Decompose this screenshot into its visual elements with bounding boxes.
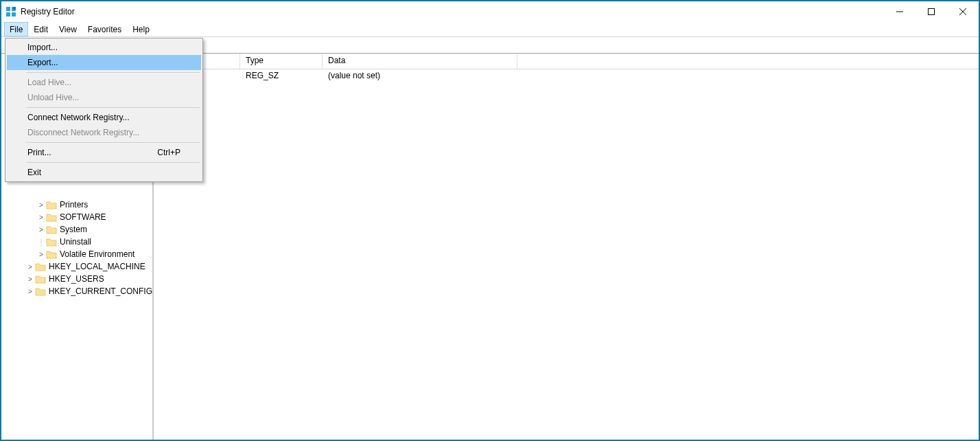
maximize-button[interactable] <box>915 1 947 22</box>
column-type-label: Type <box>246 56 264 65</box>
tree-node-system[interactable]: > System <box>4 223 152 236</box>
svg-point-4 <box>13 7 16 10</box>
tree-node-label: HKEY_LOCAL_MACHINE <box>49 262 145 271</box>
chevron-right-icon[interactable]: > <box>37 201 45 209</box>
tree-node-label: System <box>60 225 87 234</box>
menu-help[interactable]: Help <box>127 22 155 36</box>
tree-node-label: SOFTWARE <box>60 212 106 222</box>
chevron-right-icon[interactable]: > <box>37 226 45 234</box>
menuitem-label: Unload Hive... <box>27 93 79 102</box>
menuitem-exit[interactable]: Exit <box>7 165 201 180</box>
regedit-icon <box>5 6 16 17</box>
value-type-cell: REG_SZ <box>240 71 323 80</box>
chevron-right-icon[interactable]: > <box>26 263 34 271</box>
menu-separator <box>26 107 200 108</box>
window-title: Registry Editor <box>21 7 75 16</box>
svg-rect-3 <box>12 12 16 16</box>
tree-node-hkcc[interactable]: > HKEY_CURRENT_CONFIG <box>4 285 152 297</box>
menuitem-disconnect-network-registry: Disconnect Network Registry... <box>7 125 201 140</box>
menuitem-label: Load Hive... <box>27 78 71 87</box>
tree-node-printers[interactable]: > Printers <box>4 199 152 211</box>
column-data[interactable]: Data <box>323 54 517 69</box>
titlebar: Registry Editor <box>1 1 979 22</box>
menuitem-connect-network-registry[interactable]: Connect Network Registry... <box>7 110 201 125</box>
close-button[interactable] <box>947 1 979 22</box>
file-menu-dropdown: Import... Export... Load Hive... Unload … <box>5 38 203 182</box>
chevron-right-icon[interactable]: > <box>37 214 45 221</box>
menu-file[interactable]: File <box>4 22 28 36</box>
tree-node-software[interactable]: > SOFTWARE <box>4 211 152 223</box>
menuitem-export[interactable]: Export... <box>7 55 201 70</box>
menu-edit-label: Edit <box>34 25 48 34</box>
menuitem-label: Exit <box>27 168 41 177</box>
tree-node-label: HKEY_USERS <box>49 274 104 284</box>
menuitem-label: Import... <box>27 43 58 52</box>
menu-file-label: File <box>10 25 23 34</box>
values-header: Name Type Data <box>154 54 979 69</box>
menuitem-label: Export... <box>27 58 58 67</box>
folder-icon <box>46 212 57 222</box>
tree-connector-icon: ┊ <box>37 238 45 246</box>
folder-icon <box>46 225 57 234</box>
minimize-button[interactable] <box>884 1 915 22</box>
menu-help-label: Help <box>132 25 150 34</box>
tree-node-volatile-environment[interactable]: > Volatile Environment <box>4 248 152 260</box>
tree-node-label: Volatile Environment <box>60 249 135 259</box>
folder-icon <box>46 200 57 210</box>
menuitem-import[interactable]: Import... <box>7 40 201 55</box>
menuitem-label: Disconnect Network Registry... <box>27 128 139 137</box>
folder-icon <box>35 286 46 296</box>
tree-node-uninstall[interactable]: ┊ Uninstall <box>4 236 152 248</box>
menu-view[interactable]: View <box>54 22 82 36</box>
folder-icon <box>35 274 46 284</box>
menu-separator <box>26 72 200 73</box>
folder-icon <box>35 262 46 271</box>
svg-rect-0 <box>6 7 10 11</box>
column-data-label: Data <box>328 56 345 65</box>
value-row[interactable]: REG_SZ (value not set) <box>154 69 979 82</box>
menu-view-label: View <box>59 25 77 34</box>
folder-icon <box>46 249 57 259</box>
tree-node-label: HKEY_CURRENT_CONFIG <box>49 286 152 296</box>
menuitem-label: Connect Network Registry... <box>27 113 130 122</box>
menu-separator <box>26 142 200 143</box>
menu-edit[interactable]: Edit <box>28 22 54 36</box>
tree-node-hklm[interactable]: > HKEY_LOCAL_MACHINE <box>4 260 152 273</box>
svg-rect-2 <box>6 12 10 16</box>
menuitem-label: Print... <box>27 148 51 157</box>
tree-node-label: Printers <box>60 200 88 210</box>
chevron-right-icon[interactable]: > <box>37 251 45 258</box>
menubar: File Edit View Favorites Help <box>1 22 979 37</box>
menuitem-shortcut: Ctrl+P <box>157 148 180 157</box>
chevron-right-icon[interactable]: > <box>26 275 34 283</box>
menuitem-print[interactable]: Print... Ctrl+P <box>7 145 201 160</box>
menuitem-unload-hive: Unload Hive... <box>7 90 201 105</box>
window-controls <box>884 1 979 22</box>
value-data-cell: (value not set) <box>323 71 517 80</box>
registry-editor-window: Registry Editor File Edit View Favorites… <box>0 0 980 441</box>
folder-icon <box>46 237 57 247</box>
tree-node-label: Uninstall <box>60 237 91 247</box>
menu-favorites[interactable]: Favorites <box>82 22 127 36</box>
values-pane: Name Type Data REG_SZ (value not set) <box>154 54 979 440</box>
svg-rect-6 <box>929 9 935 15</box>
column-type[interactable]: Type <box>240 54 323 69</box>
menu-separator <box>26 162 200 163</box>
tree-node-hku[interactable]: > HKEY_USERS <box>4 273 152 285</box>
chevron-right-icon[interactable]: > <box>26 288 34 295</box>
menuitem-load-hive: Load Hive... <box>7 75 201 90</box>
menu-favorites-label: Favorites <box>88 25 121 34</box>
